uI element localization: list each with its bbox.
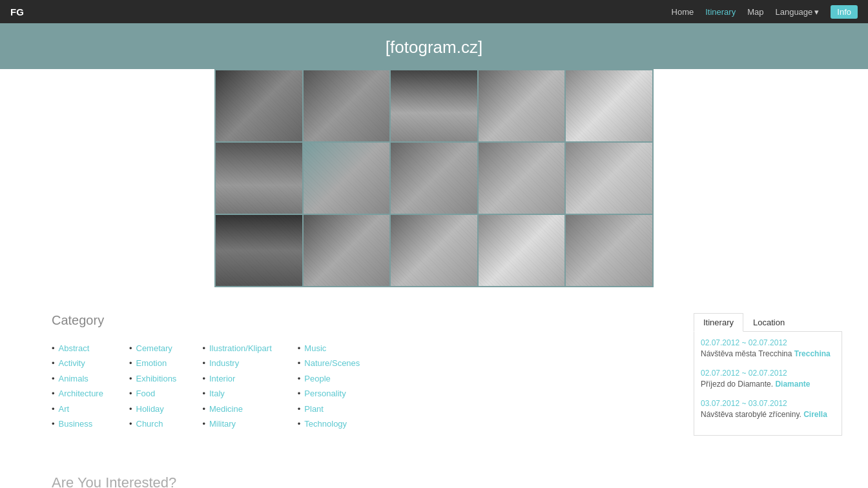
photo-cell-2[interactable] [304, 70, 390, 141]
category-item: Cemetary [129, 341, 176, 356]
category-item: Nature/Scenes [298, 356, 360, 371]
nav-itinerary[interactable]: Itinerary [705, 7, 736, 17]
photo-cell-4[interactable] [479, 70, 565, 141]
itinerary-panel: Itinerary Location 02.07.2012 ~ 02.07.20… [694, 313, 842, 436]
category-item: Emotion [129, 356, 176, 371]
brand-logo: FG [10, 6, 24, 17]
category-link-interior[interactable]: Interior [209, 371, 235, 386]
category-link-industry[interactable]: Industry [209, 356, 239, 371]
category-link-church[interactable]: Church [136, 416, 163, 431]
photo-cell-8[interactable] [391, 143, 477, 214]
category-link-activity[interactable]: Activity [59, 356, 85, 371]
nav-language[interactable]: Language ▾ [775, 7, 819, 17]
nav-info[interactable]: Info [831, 5, 858, 19]
category-link-art[interactable]: Art [59, 402, 70, 416]
category-link-nature-scenes[interactable]: Nature/Scenes [304, 356, 360, 371]
category-column-0: AbstractActivityAnimalsArchitectureArtBu… [52, 341, 103, 431]
category-item: Animals [52, 371, 103, 386]
category-column-1: CemetaryEmotionExhibitionsFoodHolidayChu… [129, 341, 176, 431]
category-item: Ilustration/Klipart [202, 341, 271, 356]
category-link-personality[interactable]: Personality [304, 386, 346, 401]
photo-grid [214, 69, 654, 287]
category-item: Military [202, 416, 271, 431]
category-item: Business [52, 416, 103, 431]
bottom-section: Are You Interested? Register and Sign In… [0, 462, 868, 488]
photo-cell-15[interactable] [566, 215, 652, 286]
itinerary-desc-2: Návštěva starobylé zříceniny. Cirella [701, 409, 835, 420]
category-item: Personality [298, 386, 360, 401]
category-link-animals[interactable]: Animals [59, 371, 88, 386]
chevron-down-icon: ▾ [814, 7, 819, 17]
category-link-military[interactable]: Military [209, 416, 236, 431]
tab-location[interactable]: Location [743, 313, 794, 332]
category-column-3: MusicNature/ScenesPeoplePersonalityPlant… [298, 341, 360, 431]
category-item: Abstract [52, 341, 103, 356]
itinerary-tabs: Itinerary Location [694, 313, 842, 332]
category-link-business[interactable]: Business [59, 416, 93, 431]
category-item: Church [129, 416, 176, 431]
tab-itinerary[interactable]: Itinerary [694, 313, 743, 332]
category-link-technology[interactable]: Technology [304, 416, 347, 431]
category-heading: Category [52, 313, 668, 328]
category-link-holiday[interactable]: Holiday [136, 402, 164, 416]
category-item: Architecture [52, 386, 103, 401]
category-item: Interior [202, 371, 271, 386]
itinerary-desc-0: Návštěva města Trecchina Trecchina [701, 349, 835, 360]
category-link-ilustration-klipart[interactable]: Ilustration/Klipart [209, 341, 272, 356]
photo-cell-14[interactable] [479, 215, 565, 286]
nav-map[interactable]: Map [747, 7, 763, 17]
nav-home[interactable]: Home [672, 7, 694, 17]
category-link-emotion[interactable]: Emotion [136, 356, 167, 371]
category-columns: AbstractActivityAnimalsArchitectureArtBu… [52, 341, 668, 431]
photo-cell-11[interactable] [216, 215, 302, 286]
category-item: Medicine [202, 402, 271, 416]
photo-cell-3[interactable] [391, 70, 477, 141]
category-item: Exhibitions [129, 371, 176, 386]
itinerary-content: 02.07.2012 ~ 02.07.2012Návštěva města Tr… [694, 332, 842, 436]
itinerary-item-1: 02.07.2012 ~ 02.07.2012Příjezd do Diaman… [701, 369, 835, 390]
photo-cell-13[interactable] [391, 215, 477, 286]
category-item: Music [298, 341, 360, 356]
category-item: Plant [298, 402, 360, 416]
photo-cell-5[interactable] [566, 70, 652, 141]
category-item: People [298, 371, 360, 386]
category-column-2: Ilustration/KlipartIndustryInteriorItaly… [202, 341, 271, 431]
itinerary-date-2[interactable]: 03.07.2012 ~ 03.07.2012 [701, 399, 835, 408]
category-link-music[interactable]: Music [304, 341, 326, 356]
photo-cell-6[interactable] [216, 143, 302, 214]
category-item: Italy [202, 386, 271, 401]
photo-cell-10[interactable] [566, 143, 652, 214]
category-item: Art [52, 402, 103, 416]
category-section: Category AbstractActivityAnimalsArchitec… [0, 313, 694, 436]
bottom-heading: Are You Interested? [52, 474, 816, 488]
photo-cell-9[interactable] [479, 143, 565, 214]
site-title: [fotogram.cz] [0, 37, 868, 57]
content-area: Category AbstractActivityAnimalsArchitec… [0, 287, 868, 462]
category-link-medicine[interactable]: Medicine [209, 402, 243, 416]
itinerary-item-2: 03.07.2012 ~ 03.07.2012Návštěva starobyl… [701, 399, 835, 420]
category-link-cemetary[interactable]: Cemetary [136, 341, 172, 356]
photo-cell-7[interactable] [304, 143, 390, 214]
category-item: Industry [202, 356, 271, 371]
category-link-people[interactable]: People [304, 371, 330, 386]
photo-cell-12[interactable] [304, 215, 390, 286]
category-item: Activity [52, 356, 103, 371]
hero-section: [fotogram.cz] [0, 23, 868, 69]
navbar: FG Home Itinerary Map Language ▾ Info [0, 0, 868, 23]
nav-links: Home Itinerary Map Language ▾ Info [672, 5, 858, 19]
itinerary-desc-1: Příjezd do Diamante. Diamante [701, 379, 835, 390]
category-item: Holiday [129, 402, 176, 416]
itinerary-date-1[interactable]: 02.07.2012 ~ 02.07.2012 [701, 369, 835, 378]
category-link-abstract[interactable]: Abstract [59, 341, 90, 356]
category-link-plant[interactable]: Plant [304, 402, 324, 416]
itinerary-date-0[interactable]: 02.07.2012 ~ 02.07.2012 [701, 338, 835, 347]
category-link-food[interactable]: Food [136, 386, 156, 401]
category-link-architecture[interactable]: Architecture [59, 386, 103, 401]
category-item: Food [129, 386, 176, 401]
category-link-exhibitions[interactable]: Exhibitions [136, 371, 177, 386]
category-item: Technology [298, 416, 360, 431]
photo-cell-1[interactable] [216, 70, 302, 141]
itinerary-item-0: 02.07.2012 ~ 02.07.2012Návštěva města Tr… [701, 338, 835, 360]
category-link-italy[interactable]: Italy [209, 386, 225, 401]
